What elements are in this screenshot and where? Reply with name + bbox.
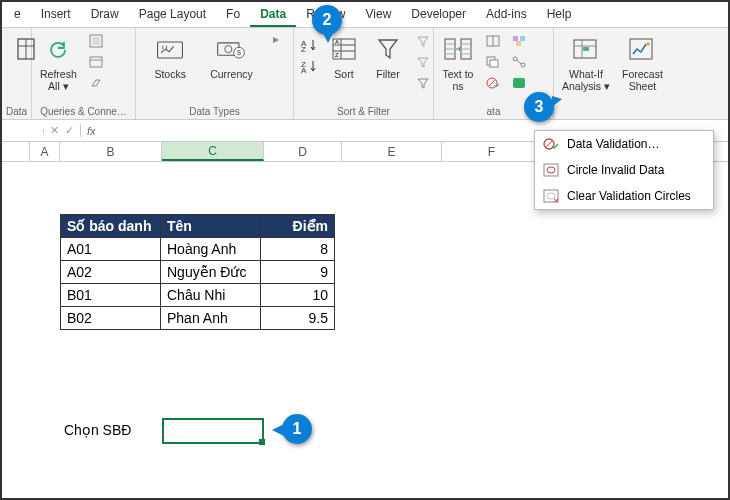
tab-file-partial[interactable]: e <box>4 3 31 27</box>
svg-rect-3 <box>90 57 102 67</box>
name-box[interactable] <box>2 129 44 133</box>
refresh-all-button[interactable]: Refresh All ▾ <box>36 32 81 94</box>
svg-rect-22 <box>513 36 518 41</box>
tab-developer[interactable]: Developer <box>401 3 476 27</box>
edit-links-small[interactable] <box>85 74 107 92</box>
cell[interactable]: Châu Nhi <box>161 284 261 307</box>
cell[interactable]: Phan Anh <box>161 307 261 330</box>
col-header-f[interactable]: F <box>442 142 542 161</box>
reapply-small[interactable] <box>412 53 434 71</box>
fx-controls[interactable]: ✕✓ <box>44 124 81 137</box>
svg-point-6 <box>225 46 232 53</box>
selected-cell[interactable] <box>162 418 264 444</box>
col-header-c[interactable]: C <box>162 142 264 161</box>
svg-text:A: A <box>301 66 307 73</box>
svg-rect-23 <box>520 36 525 41</box>
currency-button[interactable]: $ Currency <box>206 32 257 82</box>
sort-asc-icon: AZ <box>301 37 317 53</box>
data-validation-small[interactable] <box>482 74 504 92</box>
cell[interactable]: B02 <box>61 307 161 330</box>
menu-circle-invalid[interactable]: Circle Invalid Data <box>535 157 713 183</box>
table-row: A01Hoàng Anh8 <box>61 238 335 261</box>
sort-desc-button[interactable]: ZA <box>298 57 320 75</box>
tab-page-layout[interactable]: Page Layout <box>129 3 216 27</box>
svg-rect-24 <box>516 41 521 46</box>
whatif-icon <box>570 34 602 66</box>
callout-1: 1 <box>282 414 312 444</box>
menu-data-validation[interactable]: Data Validation… <box>535 131 713 157</box>
callout-2: 2 <box>312 5 342 35</box>
data-validation-icon <box>543 136 559 152</box>
table-row: B01Châu Nhi10 <box>61 284 335 307</box>
properties-small[interactable] <box>85 53 107 71</box>
filter-icon <box>372 34 404 66</box>
svg-point-26 <box>521 63 525 67</box>
advanced-small[interactable] <box>412 74 434 92</box>
fx-label: fx <box>81 125 96 137</box>
forecast-sheet-button[interactable]: Forecast Sheet <box>618 32 667 94</box>
manage-data-model-small[interactable] <box>508 74 530 92</box>
cell[interactable]: A02 <box>61 261 161 284</box>
cell[interactable]: A01 <box>61 238 161 261</box>
col-header-d[interactable]: D <box>264 142 342 161</box>
cell[interactable]: 9.5 <box>261 307 335 330</box>
cell[interactable]: 8 <box>261 238 335 261</box>
stocks-button[interactable]: Stocks <box>150 32 190 82</box>
svg-point-33 <box>547 167 555 173</box>
tab-view[interactable]: View <box>356 3 402 27</box>
remove-dup-small[interactable] <box>482 53 504 71</box>
svg-rect-29 <box>583 47 589 51</box>
group-label-data: Data <box>6 105 27 118</box>
select-all-corner[interactable] <box>2 142 30 161</box>
relationships-small[interactable] <box>508 53 530 71</box>
circle-invalid-icon <box>543 162 559 178</box>
whatif-analysis-button[interactable]: What-If Analysis ▾ <box>558 32 614 94</box>
queries-conn-small[interactable] <box>85 32 107 50</box>
svg-point-35 <box>547 193 555 199</box>
svg-text:Z: Z <box>335 52 339 58</box>
cell[interactable]: Hoàng Anh <box>161 238 261 261</box>
th-ten: Tên <box>161 215 261 238</box>
svg-rect-20 <box>490 60 498 67</box>
tab-insert[interactable]: Insert <box>31 3 81 27</box>
clear-filter-small[interactable] <box>412 32 434 50</box>
tab-help[interactable]: Help <box>537 3 582 27</box>
menu-clear-circles[interactable]: Clear Validation Circles <box>535 183 713 209</box>
svg-text:$: $ <box>238 49 242 57</box>
currency-icon: $ <box>215 34 247 66</box>
tab-addins[interactable]: Add-ins <box>476 3 537 27</box>
tab-data[interactable]: Data <box>250 3 296 27</box>
refresh-icon <box>42 34 74 66</box>
clear-circles-icon <box>543 188 559 204</box>
cell[interactable]: 10 <box>261 284 335 307</box>
svg-rect-32 <box>544 164 558 176</box>
callout-3: 3 <box>524 92 554 122</box>
th-diem: Điểm <box>261 215 335 238</box>
stocks-icon <box>154 34 186 66</box>
filter-button[interactable]: Filter <box>368 32 408 82</box>
sort-asc-button[interactable]: AZ <box>298 36 320 54</box>
data-table: Số báo danh Tên Điểm A01Hoàng Anh8 A02Ng… <box>60 214 335 330</box>
text-to-columns-button[interactable]: Text to ns <box>438 32 478 94</box>
data-validation-icon <box>485 75 501 91</box>
col-header-b[interactable]: B <box>60 142 162 161</box>
table-row: A02Nguyễn Đức9 <box>61 261 335 284</box>
table-row: B02Phan Anh9.5 <box>61 307 335 330</box>
cell[interactable]: Nguyễn Đức <box>161 261 261 284</box>
group-label-queries: Queries & Conne… <box>36 105 131 118</box>
th-sbd: Số báo danh <box>61 215 161 238</box>
col-header-e[interactable]: E <box>342 142 442 161</box>
svg-point-25 <box>513 57 517 61</box>
group-label-sortfilter: Sort & Filter <box>298 105 429 118</box>
col-header-a[interactable]: A <box>30 142 60 161</box>
svg-rect-30 <box>630 39 652 59</box>
ribbon-tabs: e Insert Draw Page Layout Fo Data Review… <box>2 2 728 28</box>
consolidate-small[interactable] <box>508 32 530 50</box>
sort-desc-icon: ZA <box>301 58 317 74</box>
cell[interactable]: B01 <box>61 284 161 307</box>
cell[interactable]: 9 <box>261 261 335 284</box>
flash-fill-small[interactable] <box>482 32 504 50</box>
tab-formulas-partial[interactable]: Fo <box>216 3 250 27</box>
tab-draw[interactable]: Draw <box>81 3 129 27</box>
chon-sbd-label: Chọn SBĐ <box>64 422 131 438</box>
